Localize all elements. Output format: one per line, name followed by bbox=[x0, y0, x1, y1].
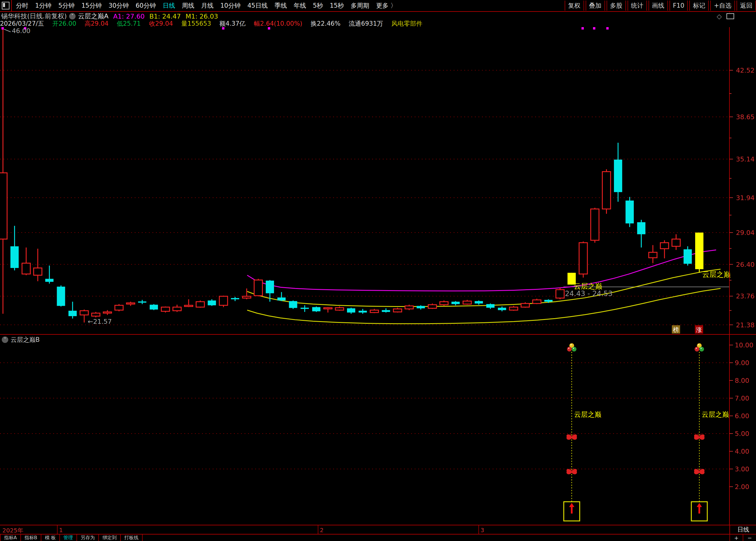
flower-icon bbox=[567, 343, 576, 351]
menu-button-多股[interactable]: 多股 bbox=[607, 1, 626, 11]
month-tick-2 bbox=[318, 525, 318, 534]
diamond-icon[interactable]: ◇ bbox=[717, 13, 722, 20]
menu-button-复权[interactable]: 复权 bbox=[565, 1, 584, 11]
menu-item-15[interactable]: 多周期 bbox=[351, 1, 369, 10]
sub-signal-label: 云层之巅 bbox=[574, 410, 601, 418]
up-arrow-icon bbox=[697, 503, 702, 507]
menu-button-标记[interactable]: 标记 bbox=[689, 1, 709, 11]
title-bar: 锡华科技(日线.前复权) ˅ 云层之巅A A1: 27.60 B1: 24.47… bbox=[0, 12, 756, 20]
chart-label-3: 24.43 - 24.53 bbox=[565, 289, 612, 298]
svg-text:21.38: 21.38 bbox=[736, 321, 755, 329]
quote-field-10: 风电零部件 bbox=[391, 19, 422, 28]
menu-item-14[interactable]: 15秒 bbox=[330, 1, 344, 10]
day-badge-涨[interactable]: 涨 bbox=[695, 325, 703, 333]
month-tick-1 bbox=[57, 525, 58, 534]
menu-button-+自选[interactable]: +自选 bbox=[710, 1, 735, 11]
collapse-indicator-a-icon[interactable]: ˅ bbox=[69, 13, 76, 19]
menu-button-画线[interactable]: 画线 bbox=[649, 1, 668, 11]
month-label-3: 3 bbox=[480, 527, 484, 534]
quote-field-8: 换22.46% bbox=[311, 19, 340, 28]
candlestick-series bbox=[0, 28, 703, 322]
menu-item-13[interactable]: 5秒 bbox=[313, 1, 323, 10]
menu-item-1[interactable]: 1分钟 bbox=[35, 1, 51, 10]
svg-text:29.04: 29.04 bbox=[736, 229, 755, 237]
up-arrow-icon bbox=[569, 503, 574, 507]
menu-button-返回[interactable]: 返回 bbox=[737, 1, 756, 11]
month-label-1: 1 bbox=[59, 527, 63, 534]
toolbar-item-指标A[interactable]: 指标A bbox=[0, 535, 21, 541]
indicator-b-name[interactable]: 云层之巅B bbox=[11, 335, 40, 344]
menu-item-2[interactable]: 5分钟 bbox=[58, 1, 74, 10]
time-axis-row: 2025年 123 日线 bbox=[0, 525, 756, 535]
menu-item-10[interactable]: 45日线 bbox=[247, 1, 268, 10]
quote-field-9: 流通6931万 bbox=[349, 19, 383, 28]
toolbar-item-管理[interactable]: 管理 bbox=[60, 535, 77, 541]
menu-item-8[interactable]: 月线 bbox=[201, 1, 214, 10]
svg-text:2.00: 2.00 bbox=[735, 483, 749, 490]
month-tick-3 bbox=[478, 525, 479, 534]
quote-field-3: 低25.71 bbox=[117, 19, 141, 28]
svg-text:23.76: 23.76 bbox=[736, 292, 755, 300]
indicator-m1-value: M1: 26.03 bbox=[185, 13, 218, 20]
toolbar-item-打板线[interactable]: 打板线 bbox=[121, 535, 143, 541]
top-menu-bar: 分时1分钟5分钟15分钟30分钟60分钟日线周线月线10分钟45日线季线年线5秒… bbox=[0, 0, 756, 12]
quote-field-6: 额4.37亿 bbox=[219, 19, 246, 28]
svg-text:涨: 涨 bbox=[696, 326, 702, 333]
svg-text:3.00: 3.00 bbox=[735, 465, 749, 473]
main-gridlines bbox=[0, 70, 729, 469]
toolbar-item-模板[interactable]: 模 板 bbox=[41, 535, 60, 541]
quote-field-1: 开26.00 bbox=[52, 19, 76, 28]
svg-text:7.00: 7.00 bbox=[735, 395, 749, 402]
quote-field-0: 2026/03/27/五 bbox=[0, 19, 44, 28]
svg-text:42.52: 42.52 bbox=[736, 67, 755, 74]
flower-icon bbox=[695, 343, 704, 351]
quote-field-2: 高29.04 bbox=[84, 19, 108, 28]
toolbar-item-另存为[interactable]: 另存为 bbox=[77, 535, 99, 541]
menu-item-11[interactable]: 季线 bbox=[274, 1, 287, 10]
zoom-in-button[interactable]: + bbox=[729, 535, 743, 541]
menu-button-F10[interactable]: F10 bbox=[669, 1, 688, 11]
period-menu: 分时1分钟5分钟15分钟30分钟60分钟日线周线月线10分钟45日线季线年线5秒… bbox=[16, 1, 397, 10]
menu-item-7[interactable]: 周线 bbox=[182, 1, 194, 10]
menu-item-12[interactable]: 年线 bbox=[294, 1, 306, 10]
menu-item-6[interactable]: 日线 bbox=[163, 1, 175, 10]
quote-info-bar: 2026/03/27/五开26.00高29.04低25.71收29.04量155… bbox=[0, 20, 756, 27]
collapse-indicator-b-icon[interactable]: ˅ bbox=[2, 336, 8, 343]
menu-item-16[interactable]: 更多 〉 bbox=[376, 1, 397, 10]
chart-label-2: 云层之巅 bbox=[574, 282, 602, 290]
svg-text:31.94: 31.94 bbox=[736, 194, 755, 202]
upper-band bbox=[247, 269, 721, 306]
stock-chart-canvas[interactable]: 46.00←21.57云层之巅24.43 - 24.53云层之巅榜涨42.523… bbox=[0, 0, 756, 541]
sub-panel-header: ˅云层之巅B bbox=[0, 335, 40, 344]
period-indicator: 日线 bbox=[729, 525, 756, 534]
svg-text:38.65: 38.65 bbox=[736, 113, 755, 121]
chart-label-0: 46.00 bbox=[12, 27, 30, 35]
chart-label-4: 云层之巅 bbox=[702, 270, 731, 278]
svg-text:10.00: 10.00 bbox=[735, 341, 753, 349]
chart-label-1: ←21.57 bbox=[88, 318, 112, 325]
toolbar-item-指标B[interactable]: 指标B bbox=[21, 535, 41, 541]
menu-button-叠加[interactable]: 叠加 bbox=[586, 1, 605, 11]
svg-text:榜: 榜 bbox=[673, 326, 679, 333]
menu-item-0[interactable]: 分时 bbox=[16, 1, 28, 10]
quote-field-4: 收29.04 bbox=[149, 19, 173, 28]
app-window-icon[interactable] bbox=[2, 2, 9, 9]
sub-signal-column-0: 云层之巅 bbox=[564, 343, 601, 521]
bottom-toolbar: 指标A指标B模 板管理另存为绑定到打板线 + − bbox=[0, 535, 756, 541]
lower-band bbox=[247, 288, 721, 324]
toolbar-item-绑定到[interactable]: 绑定到 bbox=[99, 535, 121, 541]
zoom-out-button[interactable]: − bbox=[743, 535, 756, 541]
menu-item-9[interactable]: 10分钟 bbox=[220, 1, 241, 10]
menu-button-统计[interactable]: 统计 bbox=[628, 1, 647, 11]
high-pointer-line bbox=[4, 29, 11, 32]
menu-item-4[interactable]: 30分钟 bbox=[108, 1, 129, 10]
screen-switch-icon[interactable] bbox=[726, 13, 734, 19]
sub-signal-label: 云层之巅 bbox=[702, 410, 729, 418]
svg-text:35.14: 35.14 bbox=[736, 156, 755, 163]
quote-field-5: 量155653 bbox=[181, 19, 211, 28]
menu-item-5[interactable]: 60分钟 bbox=[136, 1, 156, 10]
action-menu: 复权叠加多股统计画线F10标记+自选返回 bbox=[563, 0, 756, 12]
day-badge-榜[interactable]: 榜 bbox=[672, 325, 680, 333]
svg-text:5.00: 5.00 bbox=[735, 430, 749, 437]
menu-item-3[interactable]: 15分钟 bbox=[82, 1, 102, 10]
